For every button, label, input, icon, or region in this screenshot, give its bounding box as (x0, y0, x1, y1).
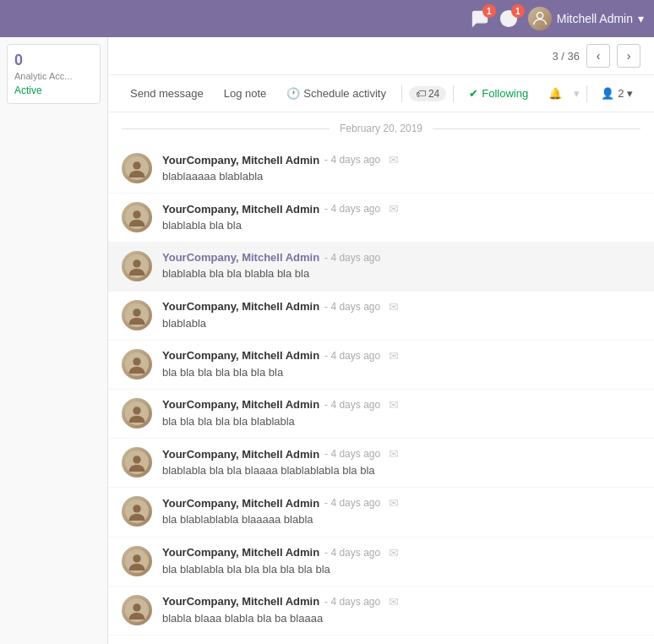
message-time: - 4 days ago (324, 203, 380, 215)
message-avatar (122, 546, 152, 576)
email-icon: ✉ (389, 595, 399, 609)
message-header: YourCompany, Mitchell Admin - 4 days ago… (162, 398, 640, 412)
messages-icon-nav[interactable]: 1 (471, 9, 489, 28)
sidebar-label: Analytic Acc... (14, 71, 93, 81)
message-author: YourCompany, Mitchell Admin (162, 300, 319, 313)
schedule-activity-label: Schedule activity (303, 87, 386, 100)
message-text: blablaaaaa blablabla (162, 169, 640, 184)
divider-3 (586, 85, 587, 102)
message-body: YourCompany, Mitchell Admin - 4 days ago… (162, 349, 640, 380)
message-time: - 4 days ago (324, 252, 380, 264)
follower-icon: 👤 (601, 87, 614, 100)
follower-count-value: 2 (618, 87, 624, 100)
message-header: YourCompany, Mitchell Admin - 4 days ago (162, 251, 640, 264)
tag-count-badge[interactable]: 🏷 24 (409, 86, 446, 101)
action-bar: Send message Log note 🕐 Schedule activit… (108, 75, 654, 112)
message-item[interactable]: YourCompany, Mitchell Admin - 4 days ago… (108, 292, 654, 341)
message-header: YourCompany, Mitchell Admin - 4 days ago… (162, 153, 640, 166)
user-menu[interactable]: Mitchell Admin ▾ (528, 7, 644, 30)
send-message-button[interactable]: Send message (122, 84, 212, 103)
sidebar-record[interactable]: 0 Analytic Acc... Active (7, 44, 101, 104)
message-author: YourCompany, Mitchell Admin (162, 349, 319, 362)
email-icon: ✉ (389, 447, 399, 461)
log-note-label: Log note (224, 87, 267, 100)
next-page-button[interactable]: › (617, 44, 640, 68)
bell-icon: 🔔 (548, 87, 562, 100)
email-icon: ✉ (389, 496, 399, 510)
messages-badge: 1 (482, 4, 496, 18)
message-header: YourCompany, Mitchell Admin - 4 days ago… (162, 447, 640, 461)
message-author: YourCompany, Mitchell Admin (162, 497, 319, 510)
message-body: YourCompany, Mitchell Admin - 4 days ago… (162, 300, 640, 331)
message-item[interactable]: YourCompany, Mitchell Admin - 4 days ago… (108, 587, 654, 636)
divider-2 (453, 85, 454, 102)
user-name: Mitchell Admin (557, 12, 633, 25)
content-area: 3 / 36 ‹ › Send message Log note 🕐 Sched… (108, 37, 654, 644)
sidebar-count: 0 (14, 52, 93, 69)
following-button[interactable]: ✔ Following (461, 84, 537, 103)
message-body: YourCompany, Mitchell Admin - 4 days ago… (162, 251, 640, 281)
divider-1 (401, 85, 402, 102)
message-text: bla blablabla bla bla bla bla bla bla (162, 562, 640, 577)
message-item[interactable]: YourCompany, Mitchell Admin - 4 days ago… (108, 243, 654, 291)
message-text: bla blablablabla blaaaaa blabla (162, 512, 640, 527)
user-avatar (528, 7, 552, 30)
message-text: blablabla bla bla blaaaa blablablabla bl… (162, 463, 640, 478)
email-icon: ✉ (389, 153, 399, 166)
message-text: bla bla bla bla bla bla bla (162, 365, 640, 380)
follow-check-icon: ✔ (469, 87, 478, 100)
message-avatar (122, 496, 152, 527)
message-author: YourCompany, Mitchell Admin (162, 448, 319, 461)
message-text: blabla blaaa blabla bla ba blaaaa (162, 611, 640, 626)
pagination-bar: 3 / 36 ‹ › (108, 37, 654, 75)
message-body: YourCompany, Mitchell Admin - 4 days ago… (162, 447, 640, 478)
message-item[interactable]: YourCompany, Mitchell Admin - 4 days ago… (108, 439, 654, 488)
bell-button[interactable]: 🔔 (540, 84, 570, 103)
message-item[interactable]: YourCompany, Mitchell Admin - 4 days ago… (108, 390, 654, 439)
log-note-button[interactable]: Log note (215, 84, 275, 103)
message-item[interactable]: YourCompany, Mitchell Admin - 4 days ago… (108, 341, 654, 390)
email-icon: ✉ (389, 398, 399, 412)
message-avatar (122, 202, 152, 232)
date-separator: February 20, 2019 (108, 112, 654, 145)
message-header: YourCompany, Mitchell Admin - 4 days ago… (162, 595, 640, 609)
follower-dropdown-icon: ▾ (627, 87, 633, 100)
message-header: YourCompany, Mitchell Admin - 4 days ago… (162, 300, 640, 314)
svg-point-17 (133, 505, 140, 513)
tag-icon: 🏷 (416, 88, 426, 100)
svg-point-7 (133, 260, 140, 268)
tag-count-value: 24 (428, 88, 439, 100)
message-item[interactable]: YourCompany, Mitchell Admin - 4 days ago… (108, 488, 654, 537)
message-time: - 4 days ago (324, 497, 380, 509)
svg-point-3 (133, 161, 140, 169)
message-time: - 4 days ago (324, 154, 380, 166)
message-item[interactable]: YourCompany, Mitchell Admin - 4 days ago… (108, 145, 654, 194)
previous-page-button[interactable]: ‹ (586, 44, 610, 68)
date-line-right (433, 128, 640, 129)
message-time: - 4 days ago (324, 399, 380, 411)
message-text: blablabla (162, 316, 640, 331)
sidebar-status: Active (14, 85, 93, 96)
message-item[interactable]: YourCompany, Mitchell Admin - 4 days ago… (108, 538, 654, 587)
message-time: - 4 days ago (324, 547, 380, 559)
message-avatar (122, 398, 152, 428)
schedule-clock-icon: 🕐 (286, 87, 300, 100)
message-list: February 20, 2019 YourCompany, Mitchell … (108, 112, 654, 644)
schedule-activity-button[interactable]: 🕐 Schedule activity (278, 84, 395, 103)
message-time: - 4 days ago (324, 596, 380, 608)
message-header: YourCompany, Mitchell Admin - 4 days ago… (162, 349, 640, 363)
message-text: blablabla bla bla blabla bla bla (162, 266, 640, 281)
email-icon: ✉ (389, 202, 399, 216)
email-icon: ✉ (389, 300, 399, 314)
message-body: YourCompany, Mitchell Admin - 4 days ago… (162, 202, 640, 233)
message-avatar (122, 251, 152, 281)
follower-count[interactable]: 👤 2 ▾ (594, 84, 640, 103)
message-body: YourCompany, Mitchell Admin - 4 days ago… (162, 496, 640, 527)
pagination-text: 3 / 36 (552, 50, 580, 63)
message-avatar (122, 300, 152, 330)
message-item[interactable]: YourCompany, Mitchell Admin - 4 days ago… (108, 194, 654, 243)
message-avatar (122, 349, 152, 379)
date-line-left (122, 128, 330, 129)
activities-icon-nav[interactable]: 1 (499, 9, 518, 28)
email-icon: ✉ (389, 349, 399, 363)
